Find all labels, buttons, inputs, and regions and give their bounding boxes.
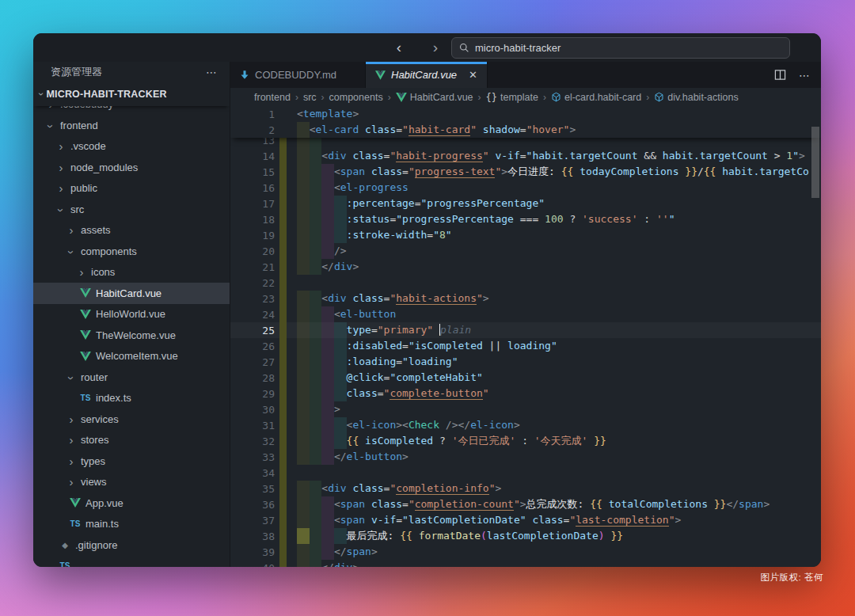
git-modified-gutter xyxy=(279,338,287,354)
tree-item-.vscode[interactable]: ›.vscode xyxy=(33,136,230,158)
tree-item-types[interactable]: ›types xyxy=(33,451,230,472)
explorer-more-icon[interactable]: ⋯ xyxy=(206,66,218,78)
tree-item-HelloWorld.vue[interactable]: HelloWorld.vue xyxy=(33,304,230,325)
nav-back-icon[interactable]: ‹ xyxy=(390,38,408,57)
title-bar: ‹ › micro-habit-tracker xyxy=(33,33,821,62)
split-editor-icon[interactable] xyxy=(774,69,786,81)
code-line-37[interactable]: 37<span v-if="lastCompletionDate" class=… xyxy=(230,512,821,528)
code-text: <el-button xyxy=(297,306,821,322)
code-text: <template> xyxy=(297,106,821,122)
code-text: <div class="completion-info"> xyxy=(297,481,821,496)
tree-item-node_modules[interactable]: ›node_modules xyxy=(33,157,230,178)
tree-item-assets[interactable]: ›assets xyxy=(33,220,230,241)
tab-label: CODEBUDDY.md xyxy=(255,69,336,81)
tab-habitcard-vue[interactable]: HabitCard.vue ✕ xyxy=(366,62,488,88)
code-line-32[interactable]: 32{{ isCompleted ? '今日已完成' : '今天完成' }} xyxy=(230,433,821,449)
tree-item-router[interactable]: ›router xyxy=(33,367,230,388)
tree-item-label: stores xyxy=(81,434,108,446)
command-search-box[interactable]: micro-habit-tracker xyxy=(451,37,790,59)
code-editor[interactable]: 1<template>2<el-card class="habit-card" … xyxy=(230,106,821,567)
tree-item-index.ts[interactable]: TSindex.ts xyxy=(33,388,230,409)
code-line-33[interactable]: 33</el-button> xyxy=(230,449,821,465)
tab-codebuddy-md[interactable]: CODEBUDDY.md xyxy=(230,62,366,88)
tree-item-public[interactable]: ›public xyxy=(33,178,230,200)
code-line-27[interactable]: 27:loading="loading" xyxy=(230,354,821,370)
code-line-29[interactable]: 29class="complete-button" xyxy=(230,386,821,401)
code-line-13[interactable]: 13 xyxy=(230,138,821,148)
tab-label: HabitCard.vue xyxy=(391,69,457,81)
nav-forward-icon[interactable]: › xyxy=(426,38,445,57)
code-line-39[interactable]: 39</span> xyxy=(230,544,821,560)
code-line-35[interactable]: 35<div class="completion-info"> xyxy=(230,481,821,496)
chevron-right-icon: › xyxy=(65,413,78,426)
tree-item-App.vue[interactable]: App.vue xyxy=(33,492,230,514)
code-line-40[interactable]: 40</div> xyxy=(230,560,821,567)
breadcrumb-item[interactable]: components xyxy=(329,92,383,103)
code-line-36[interactable]: 36<span class="completion-count">总完成次数: … xyxy=(230,496,821,512)
git-modified-gutter xyxy=(279,196,287,211)
arrow-down-icon xyxy=(240,70,249,80)
code-line-20[interactable]: 20/> xyxy=(230,243,821,259)
code-line-30[interactable]: 30> xyxy=(230,401,821,417)
code-line-24[interactable]: 24<el-button xyxy=(230,306,821,322)
close-icon[interactable]: ✕ xyxy=(469,69,477,81)
editor-more-icon[interactable]: ⋯ xyxy=(799,69,811,82)
vue-file-icon xyxy=(68,498,82,508)
breadcrumb-item[interactable]: el-card.habit-card xyxy=(551,92,641,103)
code-line-38[interactable]: 38最后完成: {{ formatDate(lastCompletionDate… xyxy=(230,528,821,544)
code-line-14[interactable]: 14<div class="habit-progress" v-if="habi… xyxy=(230,148,821,164)
git-modified-gutter xyxy=(279,275,287,291)
line-number: 20 xyxy=(230,245,275,257)
tree-item-components[interactable]: ›components xyxy=(33,241,230,262)
code-line-18[interactable]: 18:status="progressPercentage === 100 ? … xyxy=(230,211,821,227)
line-number: 31 xyxy=(230,420,275,432)
breadcrumb-item[interactable]: div.habit-actions xyxy=(654,92,738,103)
explorer-title: 资源管理器 xyxy=(51,65,102,79)
indent-rainbow-band xyxy=(310,138,322,148)
code-line-25[interactable]: 25type="primary" plain xyxy=(230,322,821,338)
code-line-2[interactable]: 2<el-card class="habit-card" shadow="hov… xyxy=(230,122,821,138)
editor-scrollbar[interactable] xyxy=(811,127,819,198)
breadcrumb-item[interactable]: src xyxy=(303,92,317,103)
code-line-17[interactable]: 17:percentage="progressPercentage" xyxy=(230,196,821,211)
git-modified-gutter xyxy=(279,496,287,512)
code-line-22[interactable]: 22 xyxy=(230,275,821,291)
tree-item-icons[interactable]: ›icons xyxy=(33,262,230,283)
code-text: <el-progress xyxy=(297,180,821,196)
code-line-28[interactable]: 28@click="completeHabit" xyxy=(230,370,821,386)
tree-item-WelcomeItem.vue[interactable]: WelcomeItem.vue xyxy=(33,346,230,367)
breadcrumb-item[interactable]: HabitCard.vue xyxy=(396,92,473,103)
code-text xyxy=(297,138,821,148)
breadcrumb-item[interactable]: frontend xyxy=(254,92,291,103)
typescript-file-icon: TS xyxy=(78,394,93,402)
code-text: > xyxy=(297,401,821,417)
tree-item-HabitCard.vue[interactable]: HabitCard.vue xyxy=(33,283,230,304)
vue-file-icon xyxy=(78,352,93,361)
tree-item-.codebuddy[interactable]: ›.codebuddy xyxy=(33,106,230,115)
tree-item-clipped[interactable]: TS xyxy=(33,556,230,568)
tree-item-main.ts[interactable]: TSmain.ts xyxy=(33,514,230,535)
code-line-23[interactable]: 23<div class="habit-actions"> xyxy=(230,291,821,306)
git-modified-gutter xyxy=(279,512,287,528)
tree-item-frontend[interactable]: ›frontend xyxy=(33,115,230,136)
tree-item-label: .codebuddy xyxy=(60,106,113,110)
vscode-window: ‹ › micro-habit-tracker 资源管理器 ⋯ › MICRO-… xyxy=(33,33,821,567)
line-number: 38 xyxy=(230,530,275,542)
tree-item-stores[interactable]: ›stores xyxy=(33,430,230,451)
code-line-15[interactable]: 15<span class="progress-text">今日进度: {{ t… xyxy=(230,164,821,180)
code-line-16[interactable]: 16<el-progress xyxy=(230,180,821,196)
code-line-31[interactable]: 31<el-icon><Check /></el-icon> xyxy=(230,417,821,433)
code-line-21[interactable]: 21</div> xyxy=(230,259,821,275)
code-line-26[interactable]: 26:disabled="isCompleted || loading" xyxy=(230,338,821,354)
tree-item-TheWelcome.vue[interactable]: TheWelcome.vue xyxy=(33,325,230,346)
tree-item-services[interactable]: ›services xyxy=(33,409,230,430)
project-root-header[interactable]: › MICRO-HABIT-TRACKER xyxy=(33,82,230,106)
code-line-34[interactable]: 34 xyxy=(230,465,821,481)
code-line-19[interactable]: 19:stroke-width="8" xyxy=(230,227,821,243)
tree-item-views[interactable]: ›views xyxy=(33,472,230,493)
tree-item-src[interactable]: ›src xyxy=(33,199,230,220)
tree-item-.gitignore[interactable]: ◆.gitignore xyxy=(33,534,230,556)
breadcrumb-item[interactable]: {}template xyxy=(486,92,538,103)
git-modified-gutter xyxy=(279,433,287,449)
code-line-1[interactable]: 1<template> xyxy=(230,106,821,122)
